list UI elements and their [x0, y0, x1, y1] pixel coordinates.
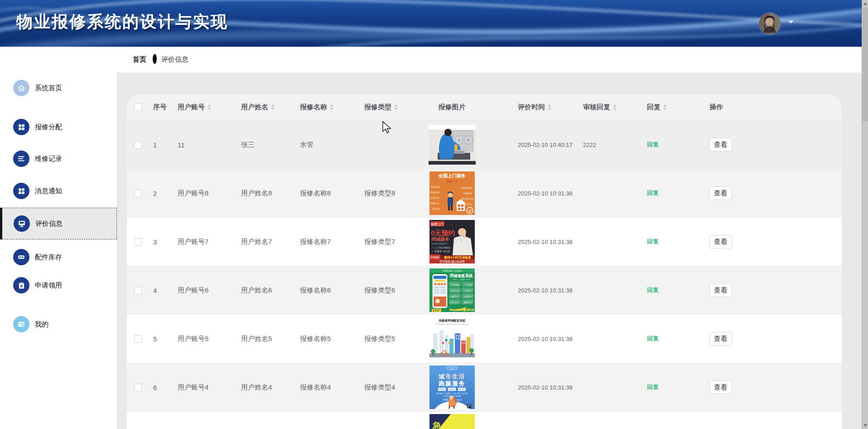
column-header-account: 用户账号 — [177, 103, 240, 112]
main-content: 序号用户账号用户姓名报修名称报修类型报修图片评价时间审核回复回复操作 111张三… — [117, 73, 862, 429]
cell-image — [421, 125, 482, 165]
row-checkbox[interactable] — [134, 238, 142, 246]
column-header-select — [127, 103, 149, 111]
reply-link[interactable]: 回复 — [647, 238, 659, 246]
repair-image-thumbnail[interactable]: 全国上门服务质保一年柜体安装洗衣机安装浴霸安装马桶安装灯具安装热水器安装桌椅安装… — [429, 171, 475, 215]
cell-username: 用户姓名8 — [240, 189, 299, 198]
table-row: 6用户账号4用户姓名4报修名称4报修类型4LOGO城市生活跑腿服务帮您买帮您送帮… — [127, 363, 842, 412]
svg-text:柜体安装: 柜体安装 — [430, 185, 440, 188]
sidebar-item-label: 申请领用 — [35, 281, 62, 290]
cell-image: 快跑者同城配送系统让配送更高效，帮助商家为客户本地生活配送服务 — [421, 317, 482, 361]
repair-image-thumbnail[interactable]: ♥ 腾讯同城 ⁞ 信息系统同城信息系统云平台 · 小程序 · APP获取线索二手… — [429, 268, 475, 312]
view-button[interactable]: 查看 — [709, 235, 732, 249]
svg-text:二手交易: 二手交易 — [463, 283, 472, 286]
sort-ascending-icon[interactable] — [271, 104, 275, 107]
row-checkbox[interactable] — [134, 287, 142, 294]
cell-repair-name: 报修名称5 — [299, 335, 363, 343]
vertical-scrollbar[interactable] — [862, 0, 868, 429]
breadcrumb-home-link[interactable]: 首页 — [133, 55, 146, 64]
sort-descending-icon[interactable] — [330, 108, 333, 110]
sort-descending-icon[interactable] — [271, 108, 275, 110]
sort-ascending-icon[interactable] — [394, 104, 398, 107]
row-checkbox[interactable] — [134, 141, 142, 149]
sort-ascending-icon[interactable] — [613, 104, 617, 107]
sort-descending-icon[interactable] — [548, 108, 551, 110]
cell-select — [127, 190, 149, 197]
sidebar-item-system-home[interactable]: 系统首页 — [0, 72, 117, 104]
repair-image-thumbnail[interactable]: 快跑者同城配送系统让配送更高效，帮助商家为客户本地生活配送服务 — [429, 317, 475, 361]
sidebar-item-repair-assignment[interactable]: 报修分配 — [0, 111, 117, 143]
cell-action: 查看 — [707, 186, 779, 200]
sidebar-item-mine[interactable]: 我的 — [0, 308, 117, 340]
cell-index: 2 — [149, 190, 177, 197]
sort-carets-icon[interactable] — [207, 104, 211, 110]
grid-icon — [13, 119, 29, 135]
cell-username: 用户姓名6 — [240, 286, 299, 295]
sort-carets-icon[interactable] — [613, 104, 617, 110]
table-row: 急bridge loan过桥贷款 · 快速放款 — [127, 412, 842, 429]
chevron-down-icon[interactable] — [788, 20, 794, 26]
clipboard-icon — [13, 277, 29, 293]
column-header-repair-type: 报修类型 — [363, 103, 421, 112]
reply-link[interactable]: 回复 — [647, 383, 659, 391]
scrollbar-thumb[interactable] — [863, 7, 868, 122]
row-checkbox[interactable] — [134, 190, 142, 197]
svg-text:0元预约: 0元预约 — [431, 229, 455, 237]
sidebar-item-label: 维修记录 — [35, 155, 62, 163]
sort-descending-icon[interactable] — [207, 108, 211, 110]
breadcrumb-separator-icon — [153, 54, 157, 64]
cell-username: 用户姓名4 — [240, 383, 299, 392]
column-header-label: 操作 — [709, 103, 723, 112]
sort-ascending-icon[interactable] — [330, 104, 333, 107]
svg-text:急: 急 — [432, 421, 442, 429]
app-header: 物业报修系统的设计与实现 — [0, 0, 862, 47]
sidebar-item-label: 评价信息 — [35, 219, 63, 228]
cell-select — [127, 141, 149, 149]
sidebar-item-parts-inventory[interactable]: 配件库存 — [0, 241, 117, 273]
sidebar-item-evaluation-info[interactable]: 评价信息 — [0, 208, 117, 239]
view-button[interactable]: 查看 — [709, 283, 732, 297]
repair-image-thumbnail[interactable]: 急bridge loan过桥贷款 · 快速放款 — [429, 414, 475, 429]
reply-link[interactable]: 回复 — [647, 141, 659, 149]
cell-select — [127, 384, 149, 391]
table-body: 111张三水管2025-02-10 10:40:172222回复查看2用户账号8… — [127, 121, 842, 429]
sidebar-item-message-notice[interactable]: 消息通知 — [0, 175, 117, 207]
user-avatar[interactable] — [759, 13, 781, 34]
sidebar-item-apply-receive[interactable]: 申请领用 — [0, 269, 117, 301]
cell-index: 6 — [149, 384, 177, 391]
column-header-repair-name: 报修名称 — [299, 103, 363, 112]
select-all-checkbox[interactable] — [134, 103, 142, 111]
view-button[interactable]: 查看 — [709, 332, 732, 346]
sort-ascending-icon[interactable] — [663, 104, 667, 107]
repair-image-thumbnail[interactable]: LOGO城市生活跑腿服务帮您买帮您送帮您取同城急送 · 全城覆盖 · 安全可靠 … — [429, 366, 475, 409]
sort-carets-icon[interactable] — [394, 104, 398, 110]
sort-ascending-icon[interactable] — [207, 104, 211, 107]
reply-link[interactable]: 回复 — [647, 286, 659, 294]
repair-image-thumbnail[interactable] — [429, 125, 476, 165]
cell-repair-name: 报修名称7 — [299, 238, 363, 246]
sort-carets-icon[interactable] — [663, 104, 667, 110]
column-header-index: 序号 — [149, 103, 177, 112]
table-header-row: 序号用户账号用户姓名报修名称报修类型报修图片评价时间审核回复回复操作 — [127, 94, 842, 121]
sidebar-item-label: 我的 — [35, 320, 48, 329]
sort-carets-icon[interactable] — [548, 104, 551, 110]
sort-descending-icon[interactable] — [394, 108, 398, 110]
scroll-up-icon[interactable] — [863, 2, 867, 5]
reply-link[interactable]: 回复 — [647, 189, 659, 197]
row-checkbox[interactable] — [134, 384, 142, 391]
view-button[interactable]: 查看 — [709, 380, 732, 395]
repair-image-thumbnail[interactable]: 免费上门0元预约同城服务专业本地维修平台✓ 上门快·价格优✓ 先服务·后付款同城… — [429, 220, 475, 263]
cell-image: 全国上门服务质保一年柜体安装洗衣机安装浴霸安装马桶安装灯具安装热水器安装桌椅安装… — [421, 171, 482, 215]
scroll-down-icon[interactable] — [863, 424, 867, 427]
row-checkbox[interactable] — [134, 335, 142, 343]
sort-carets-icon[interactable] — [271, 104, 275, 110]
sidebar-item-repair-records[interactable]: 维修记录 — [0, 143, 117, 175]
cell-select — [127, 335, 149, 343]
sort-descending-icon[interactable] — [663, 108, 667, 110]
sort-ascending-icon[interactable] — [548, 104, 551, 107]
view-button[interactable]: 查看 — [709, 186, 732, 200]
view-button[interactable]: 查看 — [709, 138, 732, 152]
sort-descending-icon[interactable] — [613, 108, 617, 110]
sort-carets-icon[interactable] — [330, 104, 333, 110]
reply-link[interactable]: 回复 — [647, 335, 659, 343]
